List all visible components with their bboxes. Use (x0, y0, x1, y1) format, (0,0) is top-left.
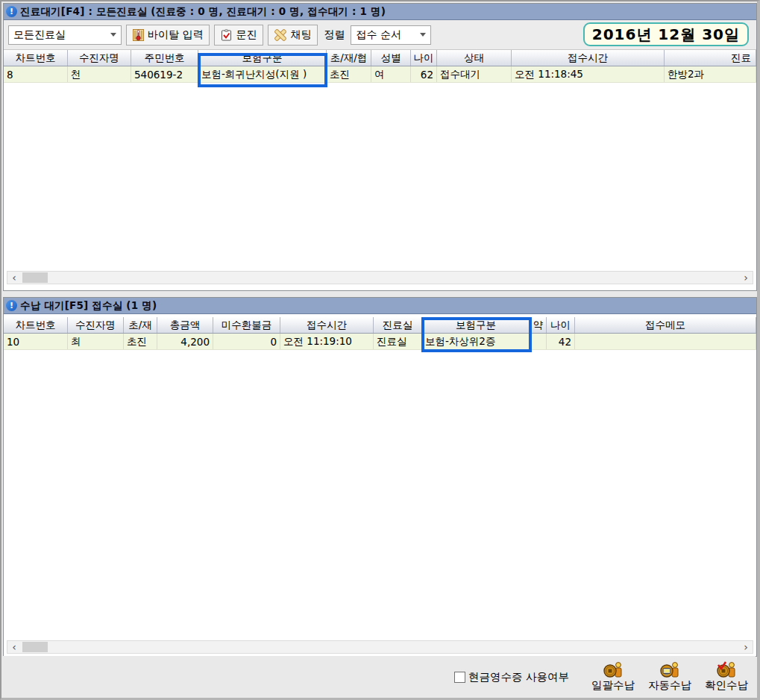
treatment-grid-header: 차트번호 수진자명 주민번호 보험구분 초/재/협 성별 나이 상태 접수시간 … (4, 50, 756, 66)
confirm-payment-button[interactable]: 확인수납 (703, 661, 750, 693)
cell-patient: 천 (68, 66, 131, 82)
column-header-jumin[interactable]: 주민번호 (131, 50, 198, 66)
auto-payment-button[interactable]: 자동수납 (647, 661, 693, 693)
chat-button[interactable]: 채팅 (268, 25, 318, 46)
payment-grid-header: 차트번호 수진자명 초/재 총금액 미수환불금 접수시간 진료실 보험구분 약 … (4, 317, 756, 334)
column-header-patient[interactable]: 수진자명 (68, 50, 131, 66)
cell-visit: 초진 (124, 334, 157, 349)
info-icon: ! (6, 6, 17, 17)
cell-total: 4,200 (157, 334, 213, 349)
treatment-h-scrollbar[interactable]: ‹ › (7, 271, 753, 284)
scroll-thumb[interactable] (22, 642, 48, 652)
treatment-wait-title: 진료대기[F4] : 모든진료실 (진료중 : 0 명, 진료대기 : 0 명,… (20, 5, 386, 19)
cell-age: 62 (411, 66, 437, 82)
cell-dept: 한방2과 (665, 66, 756, 82)
payment-wait-title: 수납 대기[F5] 접수실 (1 명) (20, 299, 157, 313)
coin-person-icon (603, 661, 624, 678)
cell-age: 42 (547, 334, 575, 349)
cash-receipt-label: 현금영수증 사용여부 (468, 670, 569, 684)
confirm-payment-label: 확인수납 (705, 678, 748, 693)
cell-memo (575, 334, 756, 349)
cell-chart-no: 10 (4, 334, 68, 349)
auto-payment-label: 자동수납 (648, 678, 691, 693)
vital-input-button[interactable]: 바이탈 입력 (126, 25, 210, 46)
scroll-thumb[interactable] (22, 272, 48, 283)
column-header-sex[interactable]: 성별 (371, 50, 411, 66)
sort-label: 정렬 (322, 28, 346, 42)
clipboard-check-icon (221, 29, 232, 41)
treatment-toolbar: 모든진료실 바이탈 입력 (4, 20, 756, 50)
column-header-age[interactable]: 나이 (411, 50, 437, 66)
column-header-room[interactable]: 진료실 (374, 317, 422, 333)
cell-time: 오전 11:19:10 (280, 334, 374, 349)
chat-label: 채팅 (290, 28, 311, 42)
batch-payment-label: 일괄수납 (591, 678, 635, 693)
payment-row[interactable]: 10 최 초진 4,200 0 오전 11:19:10 진료실 보험-차상위2증… (4, 334, 756, 350)
sort-select[interactable]: 접수 순서 (351, 25, 431, 45)
column-header-insurance[interactable]: 보험구분 (198, 50, 327, 66)
column-header-memo[interactable]: 접수메모 (575, 317, 756, 333)
column-header-time[interactable]: 접수시간 (280, 317, 374, 333)
payment-wait-panel: ! 수납 대기[F5] 접수실 (1 명) 차트번호 수진자명 초/재 총금액 … (3, 297, 757, 657)
room-select-value: 모든진료실 (13, 28, 66, 42)
coin-check-icon (716, 661, 737, 678)
column-header-time[interactable]: 접수시간 (512, 50, 665, 66)
column-header-chart-no[interactable]: 차트번호 (4, 317, 68, 333)
questionnaire-label: 문진 (236, 28, 257, 42)
emr-window: { "window": { "date": "2016년 12월 30일" },… (0, 0, 760, 700)
cell-chart-no: 8 (4, 66, 68, 82)
scroll-right-icon[interactable]: › (739, 641, 753, 653)
column-header-total[interactable]: 총금액 (157, 317, 213, 333)
room-select[interactable]: 모든진료실 (8, 25, 122, 45)
column-header-dept[interactable]: 진료 (665, 50, 756, 66)
cell-drug (530, 334, 547, 349)
cell-visit-type: 초진 (327, 66, 371, 82)
cash-receipt-checkbox[interactable] (454, 672, 465, 683)
scroll-left-icon[interactable]: ‹ (7, 272, 21, 284)
chat-icon (274, 29, 286, 41)
chevron-down-icon (110, 33, 116, 37)
cell-room: 진료실 (374, 334, 422, 349)
date-display[interactable]: 2016년 12월 30일 (583, 22, 749, 46)
column-header-drug[interactable]: 약 (530, 317, 547, 333)
coin-monitor-icon (659, 661, 680, 678)
scroll-right-icon[interactable]: › (739, 272, 753, 284)
treatment-row[interactable]: 8 천 540619-2 보험-희귀난치성(지원 ) 초진 여 62 접수대기 … (4, 66, 756, 83)
date-text: 2016년 12월 30일 (592, 25, 740, 45)
cell-insurance: 보험-차상위2증 (422, 334, 530, 349)
column-header-insurance[interactable]: 보험구분 (422, 317, 530, 333)
payment-footer: 현금영수증 사용여부 일괄수납 자동수납 (3, 656, 756, 698)
batch-payment-button[interactable]: 일괄수납 (590, 661, 636, 693)
cell-jumin: 540619-2 (131, 66, 198, 82)
cell-time: 오전 11:18:45 (512, 66, 665, 82)
column-header-visit[interactable]: 초/재 (124, 317, 157, 333)
cell-sex: 여 (371, 66, 411, 82)
cell-status: 접수대기 (437, 66, 512, 82)
treatment-wait-titlebar: ! 진료대기[F4] : 모든진료실 (진료중 : 0 명, 진료대기 : 0 … (4, 4, 756, 20)
column-header-refund[interactable]: 미수환불금 (213, 317, 280, 333)
chevron-down-icon (420, 33, 426, 37)
column-header-patient[interactable]: 수진자명 (68, 317, 124, 333)
cell-insurance: 보험-희귀난치성(지원 ) (198, 66, 327, 82)
column-header-status[interactable]: 상태 (437, 50, 512, 66)
vital-input-label: 바이탈 입력 (148, 28, 203, 42)
cash-receipt-option[interactable]: 현금영수증 사용여부 (454, 670, 569, 684)
column-header-visit-type[interactable]: 초/재/협 (327, 50, 371, 66)
column-header-age[interactable]: 나이 (547, 317, 575, 333)
cell-refund: 0 (213, 334, 280, 349)
payment-wait-titlebar: ! 수납 대기[F5] 접수실 (1 명) (4, 298, 756, 314)
scroll-left-icon[interactable]: ‹ (7, 641, 21, 653)
questionnaire-button[interactable]: 문진 (214, 25, 263, 46)
cell-patient: 최 (68, 334, 124, 349)
payment-grid-body (4, 350, 756, 636)
info-icon: ! (6, 300, 17, 311)
treatment-grid-body (4, 83, 756, 263)
thermometer-icon (133, 29, 144, 41)
column-header-chart-no[interactable]: 차트번호 (4, 50, 68, 66)
sort-select-value: 접수 순서 (356, 28, 401, 42)
treatment-wait-panel: ! 진료대기[F4] : 모든진료실 (진료중 : 0 명, 진료대기 : 0 … (3, 3, 757, 291)
payment-h-scrollbar[interactable]: ‹ › (7, 640, 753, 654)
